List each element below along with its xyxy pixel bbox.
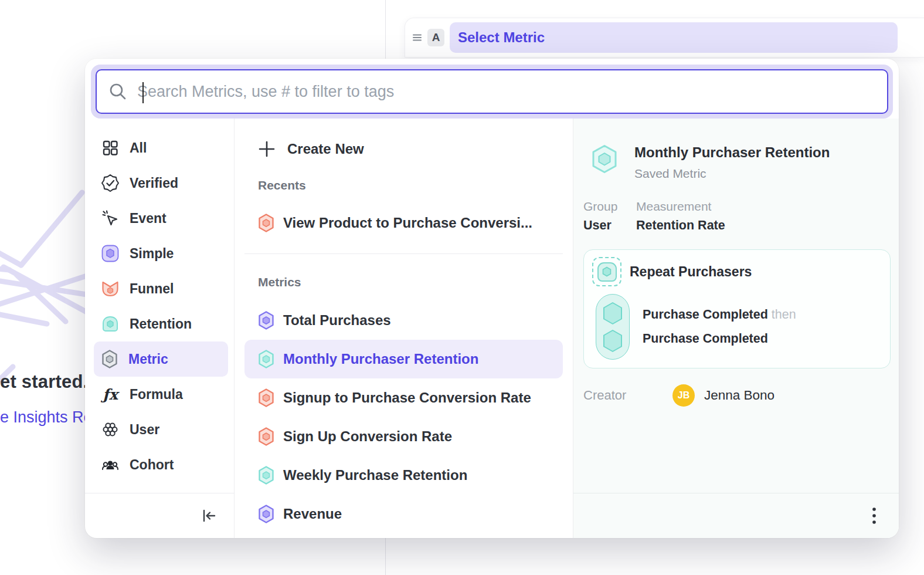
user-cluster-icon — [101, 421, 119, 438]
detail-footer — [573, 493, 899, 538]
sidebar-item-all[interactable]: All — [94, 130, 228, 165]
metric-hexagon-icon — [258, 350, 274, 368]
retention-definition-icon — [592, 257, 621, 286]
step-hexagon-icon — [602, 329, 623, 353]
sidebar-item-simple[interactable]: Simple — [94, 236, 228, 271]
sidebar-item-event[interactable]: Event — [94, 201, 228, 236]
get-started-text: et started. — [0, 371, 88, 393]
sidebar-item-formula[interactable]: ƒx Formula — [94, 377, 228, 412]
list-divider — [244, 253, 563, 254]
sidebar-item-label: Funnel — [130, 281, 174, 297]
recent-item-label: View Product to Purchase Conversi... — [283, 215, 532, 231]
sidebar-item-funnel[interactable]: Funnel — [94, 271, 228, 306]
plus-icon — [258, 140, 276, 158]
metric-item-signup-to-purchase-conversion-rate[interactable]: Signup to Purchase Conversion Rate — [244, 378, 563, 417]
verified-badge-icon — [101, 174, 119, 192]
step1-label: Purchase Completed — [643, 307, 768, 322]
metric-hexagon-icon — [258, 466, 274, 485]
create-new-label: Create New — [287, 141, 364, 157]
group-label: Group — [583, 199, 636, 214]
formula-fx-icon: ƒx — [101, 385, 119, 403]
grid-icon — [101, 139, 119, 157]
retention-metric-hexagon-icon — [591, 144, 618, 181]
measurement-value: Retention Rate — [636, 218, 725, 233]
metric-item-revenue[interactable]: Revenue — [244, 495, 563, 533]
simple-hexagon-icon — [101, 245, 119, 262]
drag-handle-icon[interactable] — [412, 32, 423, 43]
search-input[interactable] — [137, 83, 875, 101]
detail-title: Monthly Purchaser Retention — [634, 144, 830, 161]
sidebar-item-label: Verified — [130, 175, 178, 191]
metric-item-sign-up-conversion-rate[interactable]: Sign Up Conversion Rate — [244, 417, 563, 456]
definition-name: Repeat Purchasers — [630, 264, 752, 280]
metric-item-label: Signup to Purchase Conversion Rate — [283, 390, 531, 406]
insights-report-link[interactable]: e Insights Re — [0, 408, 93, 427]
collapse-sidebar-icon[interactable] — [200, 508, 218, 524]
recent-item[interactable]: View Product to Purchase Conversi... — [244, 204, 563, 242]
sidebar-item-label: User — [130, 422, 159, 438]
metric-item-label: Revenue — [283, 506, 342, 522]
sidebar-item-verified[interactable]: Verified — [94, 165, 228, 201]
sidebar-item-label: All — [130, 140, 147, 156]
metric-picker-dialog: All Verified Event — [85, 59, 899, 538]
type-filter-sidebar: All Verified Event — [85, 119, 235, 538]
metric-hexagon-icon — [258, 388, 274, 407]
metric-hexagon-icon — [258, 427, 274, 446]
step-connector: then — [772, 307, 796, 322]
recents-heading: Recents — [258, 178, 563, 194]
metric-definition-card: Repeat Purchasers Purchase Completed the… — [583, 249, 891, 368]
metric-hexagon-icon — [258, 505, 274, 523]
metrics-heading: Metrics — [258, 275, 563, 290]
search-bar[interactable] — [96, 69, 888, 114]
metric-item-label: Total Purchases — [283, 312, 391, 329]
sidebar-item-cohort[interactable]: Cohort — [94, 447, 228, 482]
sidebar-item-label: Simple — [130, 246, 174, 262]
step2-label: Purchase Completed — [643, 327, 796, 351]
metric-item-monthly-purchaser-retention[interactable]: Monthly Purchaser Retention — [244, 340, 563, 378]
measurement-label: Measurement — [636, 199, 725, 214]
step-hexagon-icon — [602, 302, 623, 325]
background-chart-lines — [0, 188, 94, 399]
text-cursor — [142, 82, 144, 103]
metric-hexagon-icon — [258, 311, 274, 330]
group-value: User — [583, 218, 636, 233]
select-metric-button[interactable]: Select Metric — [450, 22, 898, 53]
funnel-icon — [101, 280, 119, 297]
funnel-metric-hexagon-icon — [258, 214, 274, 232]
more-options-icon[interactable] — [872, 506, 877, 525]
sidebar-item-label: Retention — [130, 316, 192, 332]
detail-subtitle: Saved Metric — [634, 167, 830, 181]
sidebar-item-user[interactable]: User — [94, 412, 228, 447]
metric-list-column: Create New Recents View Product to Purch… — [235, 119, 573, 538]
search-halo — [91, 65, 893, 119]
retention-icon — [101, 315, 119, 333]
series-letter-badge: A — [427, 29, 444, 46]
creator-label: Creator — [583, 388, 672, 403]
sidebar-footer — [85, 493, 234, 538]
metric-item-total-purchases[interactable]: Total Purchases — [244, 301, 563, 340]
sidebar-item-label: Metric — [128, 351, 168, 367]
cursor-click-icon — [101, 209, 119, 227]
select-metric-label: Select Metric — [458, 29, 545, 46]
sidebar-item-metric[interactable]: Metric — [94, 341, 228, 377]
metric-item-weekly-purchase-retention[interactable]: Weekly Purchase Retention — [244, 456, 563, 495]
funnel-steps-capsule — [596, 294, 630, 360]
cohort-people-icon — [101, 456, 119, 473]
sidebar-item-label: Cohort — [130, 457, 174, 473]
metric-item-label: Sign Up Conversion Rate — [283, 428, 452, 445]
creator-avatar: JB — [672, 384, 695, 407]
metric-item-label: Monthly Purchaser Retention — [283, 351, 478, 367]
create-new-button[interactable]: Create New — [244, 131, 563, 167]
query-builder-row: A Select Metric — [405, 18, 924, 58]
search-icon — [108, 82, 127, 101]
metric-item-label: Weekly Purchase Retention — [283, 467, 467, 483]
creator-name: Jenna Bono — [704, 388, 774, 403]
metric-detail-panel: Monthly Purchaser Retention Saved Metric… — [573, 119, 899, 538]
sidebar-item-label: Event — [130, 211, 167, 226]
metric-hexagon-icon — [101, 350, 118, 368]
sidebar-item-label: Formula — [130, 387, 183, 402]
sidebar-item-retention[interactable]: Retention — [94, 306, 228, 341]
